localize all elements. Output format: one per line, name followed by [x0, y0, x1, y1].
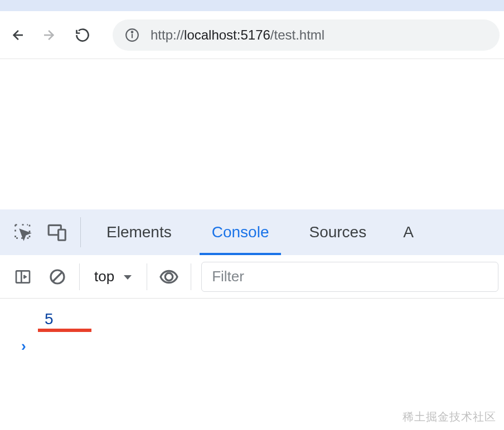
console-output: 5 ›	[0, 299, 504, 370]
watermark: 稀土掘金技术社区	[403, 409, 496, 424]
svg-line-8	[53, 272, 62, 281]
reload-button[interactable]	[68, 21, 97, 50]
svg-point-9	[165, 273, 173, 281]
divider	[79, 263, 80, 290]
url-scheme: http://	[151, 27, 184, 42]
device-toggle-icon[interactable]	[40, 215, 75, 250]
tab-elements[interactable]: Elements	[86, 209, 192, 255]
tab-sources[interactable]: Sources	[289, 209, 386, 255]
chevron-down-icon	[123, 268, 132, 285]
divider	[191, 263, 191, 290]
browser-chrome-top	[0, 0, 504, 11]
url-path: /test.html	[270, 27, 324, 42]
inspect-element-icon[interactable]	[6, 215, 40, 250]
context-label: top	[94, 268, 114, 285]
devtools-tab-bar: Elements Console Sources A	[0, 209, 504, 255]
back-button[interactable]	[4, 21, 33, 50]
sidebar-toggle-icon[interactable]	[6, 260, 40, 294]
address-bar[interactable]: http://localhost:5176/test.html	[113, 19, 500, 51]
divider	[80, 217, 81, 247]
svg-rect-4	[59, 229, 66, 240]
page-viewport	[0, 59, 504, 209]
console-number-value: 5	[45, 307, 54, 331]
execution-context-selector[interactable]: top	[84, 268, 142, 285]
clear-console-icon[interactable]	[40, 260, 75, 294]
url-host: localhost:5176	[184, 27, 270, 42]
url-text: http://localhost:5176/test.html	[151, 27, 324, 43]
value-text: 5	[45, 310, 54, 328]
svg-rect-5	[16, 271, 30, 282]
prompt-symbol: ›	[21, 338, 26, 354]
highlight-underline	[38, 329, 91, 332]
tab-label: Elements	[106, 223, 172, 241]
console-toolbar: top	[0, 255, 504, 299]
tab-label: Sources	[309, 223, 366, 241]
tab-label: Console	[212, 223, 269, 241]
tab-console[interactable]: Console	[192, 209, 289, 255]
browser-toolbar: http://localhost:5176/test.html	[0, 11, 504, 59]
svg-point-2	[132, 31, 133, 33]
site-info-icon[interactable]	[125, 28, 139, 42]
console-log-line: 5	[0, 307, 504, 331]
forward-button[interactable]	[33, 21, 62, 50]
console-prompt[interactable]: ›	[0, 331, 504, 361]
live-expression-icon[interactable]	[152, 260, 186, 294]
tab-overflow: A	[386, 223, 414, 241]
divider	[147, 263, 147, 290]
filter-input[interactable]	[201, 262, 498, 292]
